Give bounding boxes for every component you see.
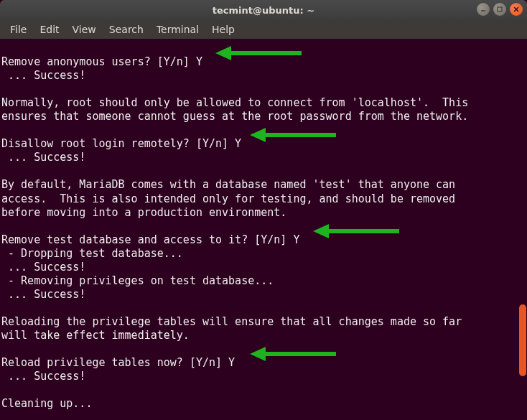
terminal-line: Reload privilege tables now? [Y/n] Y (1, 356, 526, 370)
terminal-line (1, 83, 526, 96)
menu-view[interactable]: View (67, 22, 102, 37)
menu-help[interactable]: Help (206, 22, 241, 37)
terminal-line: ensures that someone cannot guess at the… (1, 110, 526, 123)
terminal-line: Remove anonymous users? [Y/n] Y (1, 55, 526, 69)
terminal-line: before moving into a production environm… (1, 206, 526, 220)
terminal-line: Remove test database and access to it? [… (1, 233, 526, 247)
svg-rect-1 (498, 7, 502, 11)
window-controls (477, 3, 523, 16)
terminal-line (1, 411, 526, 420)
terminal-line (1, 342, 526, 356)
terminal-line: access. This is also intended only for t… (1, 192, 526, 206)
terminal-line: Disallow root login remotely? [Y/n] Y (1, 137, 526, 151)
menubar: File Edit View Search Terminal Help (0, 20, 527, 39)
terminal-line: ... Success! (1, 69, 526, 83)
maximize-button[interactable] (493, 3, 506, 16)
terminal-line: - Dropping test database... (1, 247, 526, 261)
window-titlebar: tecmint@ubuntu: ~ (0, 0, 527, 20)
terminal-line: will take effect immediately. (1, 329, 526, 342)
window-title: tecmint@ubuntu: ~ (213, 5, 314, 16)
menu-file[interactable]: File (4, 22, 32, 37)
terminal-line (1, 164, 526, 178)
terminal-line: ... Success! (1, 370, 526, 383)
close-button[interactable] (510, 3, 523, 16)
terminal-line: Cleaning up... (1, 397, 526, 411)
terminal-line (1, 302, 526, 315)
terminal-line (1, 220, 526, 233)
terminal-line (1, 42, 526, 55)
minimize-button[interactable] (477, 3, 490, 16)
scrollbar[interactable] (518, 39, 527, 420)
menu-search[interactable]: Search (103, 22, 149, 37)
terminal-line: ... Success! (1, 151, 526, 164)
terminal-line: ... Success! (1, 261, 526, 274)
terminal-line: ... Success! (1, 288, 526, 302)
terminal-line: Normally, root should only be allowed to… (1, 96, 526, 110)
terminal-line: By default, MariaDB comes with a databas… (1, 178, 526, 192)
menu-edit[interactable]: Edit (34, 22, 65, 37)
terminal-line (1, 383, 526, 397)
scrollbar-thumb[interactable] (519, 304, 526, 376)
terminal-output[interactable]: Remove anonymous users? [Y/n] Y ... Succ… (0, 39, 527, 420)
terminal-line: Reloading the privilege tables will ensu… (1, 315, 526, 329)
terminal-line (1, 123, 526, 137)
terminal-line: - Removing privileges on test database..… (1, 274, 526, 288)
menu-terminal[interactable]: Terminal (151, 22, 205, 37)
